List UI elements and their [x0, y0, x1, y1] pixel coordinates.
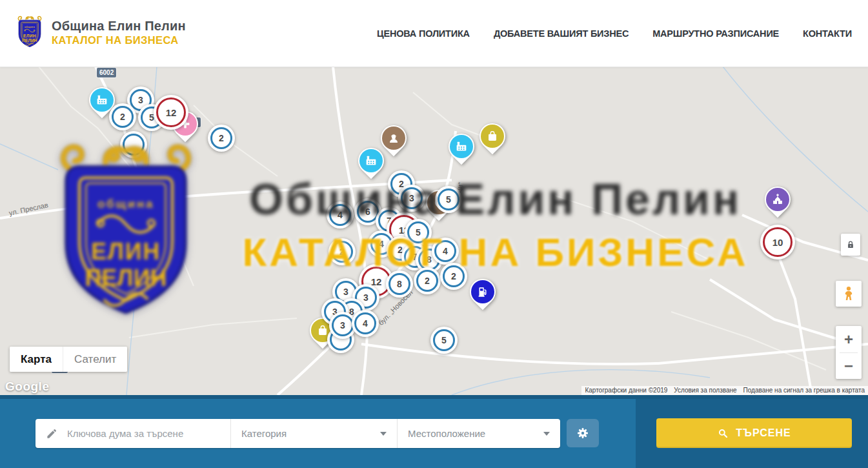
cluster-count: 4 — [338, 210, 343, 220]
site-title: Община Елин Пелин — [52, 18, 186, 34]
map-canvas[interactable]: ул. Преславбул. „Новоселци“ 60021051 325… — [0, 66, 868, 395]
business-pin-fuel[interactable] — [468, 278, 498, 312]
cluster-count: 12 — [166, 107, 177, 118]
nav-bus-schedule[interactable]: МАРШРУТНО РАЗПИСАНИЕ — [652, 28, 779, 39]
street-view-pegman[interactable] — [836, 281, 862, 307]
gear-icon — [575, 425, 590, 441]
cluster-count: 8 — [397, 279, 402, 289]
map-attribution: Картографски данни ©2019 Условия за полз… — [581, 386, 868, 395]
cluster-count: 3 — [343, 287, 348, 297]
nav-contacts[interactable]: КОНТАКТИ — [803, 28, 852, 39]
cluster-count: 2 — [120, 112, 125, 122]
brand-titles: Община Елин Пелин КАТАЛОГ НА БИЗНЕСА — [52, 18, 186, 46]
cluster-marker[interactable]: 8 — [386, 270, 413, 298]
cluster-count: 2 — [339, 247, 345, 257]
cluster-count: 3 — [340, 320, 345, 331]
zoom-in-button[interactable]: + — [836, 327, 862, 352]
map-type-satellite-button[interactable]: Сателит — [63, 347, 127, 372]
map-type-map-button[interactable]: Карта — [10, 347, 63, 372]
cluster-count: 2 — [219, 133, 224, 143]
google-logo[interactable]: Google — [5, 380, 49, 394]
location-select[interactable]: Местоположение — [397, 419, 560, 448]
advanced-search-button[interactable] — [567, 419, 599, 447]
fuel-icon — [471, 280, 494, 303]
cluster-marker[interactable]: 2 — [208, 125, 235, 152]
search-panel: Категория Местоположение ТЪРСЕНЕ — [0, 395, 868, 468]
main-nav: ЦЕНОВА ПОЛИТИКА ДОБАВЕТЕ ВАШИЯТ БИЗНЕС М… — [377, 0, 852, 66]
cluster-count: 4 — [363, 318, 368, 329]
business-pin-factory[interactable] — [356, 147, 386, 181]
cluster-count: 2 — [451, 271, 456, 281]
cluster-count: 3 — [138, 95, 143, 105]
cluster-marker[interactable]: 2 — [440, 263, 467, 290]
cluster-marker[interactable]: 4 — [432, 238, 459, 265]
chevron-down-icon — [380, 432, 387, 436]
factory-icon — [450, 135, 473, 158]
location-select-value: Местоположение — [408, 428, 485, 439]
cluster-marker[interactable]: 5 — [430, 327, 458, 354]
attribution-terms-link[interactable]: Условия за ползване — [671, 386, 740, 395]
map-markers: 32512223564713524278422128338334510 — [0, 66, 868, 395]
search-button-label: ТЪРСЕНЕ — [736, 427, 791, 439]
attribution-data-notice: Картографски данни ©2019 — [581, 386, 671, 395]
keyword-section — [35, 419, 230, 448]
cluster-count: 4 — [379, 239, 384, 249]
cluster-marker[interactable]: 12 — [154, 95, 188, 130]
cluster-count: 8 — [427, 254, 432, 265]
business-pin-church[interactable] — [763, 185, 792, 220]
cluster-ring — [123, 134, 145, 156]
search-button[interactable]: ТЪРСЕНЕ — [656, 418, 852, 448]
municipality-coat-of-arms-icon — [15, 14, 44, 50]
lock-control[interactable] — [841, 234, 860, 256]
cluster-count: 3 — [363, 292, 368, 303]
cluster-marker[interactable]: 10 — [760, 225, 795, 259]
brand[interactable]: Община Елин Пелин КАТАЛОГ НА БИЗНЕСА — [15, 14, 186, 50]
factory-icon — [90, 88, 114, 112]
cluster-count: 5 — [441, 335, 447, 345]
category-select-value: Категория — [241, 428, 287, 439]
cluster-count: 2 — [425, 276, 430, 286]
map-type-control: Карта Сателит — [10, 347, 127, 372]
search-icon — [717, 427, 729, 439]
chevron-down-icon — [543, 432, 550, 436]
nav-add-business[interactable]: ДОБАВЕТЕ ВАШИЯТ БИЗНЕС — [494, 28, 629, 39]
search-input-group: Категория Местоположение — [35, 419, 560, 448]
keyword-search-input[interactable] — [66, 427, 220, 440]
nav-pricing[interactable]: ЦЕНОВА ПОЛИТИКА — [377, 28, 470, 39]
cluster-marker[interactable]: 4 — [327, 201, 354, 229]
cluster-marker[interactable]: 2 — [109, 103, 136, 130]
cluster-count: 4 — [443, 246, 448, 256]
pegman-icon — [840, 285, 858, 303]
cluster-count: 10 — [772, 237, 783, 248]
zoom-out-button[interactable]: − — [836, 353, 862, 379]
attribution-report-link[interactable]: Подаване на сигнал за грешка в картата — [740, 386, 868, 395]
cluster-marker[interactable]: 4 — [352, 310, 379, 337]
business-pin-bag[interactable] — [478, 122, 507, 157]
factory-icon — [359, 149, 383, 172]
cluster-marker[interactable]: 5 — [435, 186, 462, 213]
cluster-marker[interactable] — [120, 131, 147, 158]
church-icon — [766, 188, 789, 211]
cluster-count: 3 — [409, 193, 414, 203]
pencil-icon — [46, 427, 58, 440]
zoom-control: + − — [836, 326, 862, 379]
business-pin-factory[interactable] — [447, 132, 476, 167]
cluster-marker[interactable]: 2 — [328, 238, 356, 265]
cluster-count: 6 — [365, 207, 370, 217]
bag-icon — [481, 125, 504, 148]
header: Община Елин Пелин КАТАЛОГ НА БИЗНЕСА ЦЕН… — [0, 0, 868, 67]
site-subtitle: КАТАЛОГ НА БИЗНЕСА — [52, 34, 186, 46]
lock-icon — [845, 239, 856, 250]
category-select[interactable]: Категория — [230, 419, 397, 448]
cluster-count: 5 — [416, 227, 421, 238]
cluster-count: 5 — [446, 194, 451, 205]
cluster-marker[interactable]: 2 — [414, 267, 441, 294]
cluster-marker[interactable]: 3 — [398, 185, 425, 212]
